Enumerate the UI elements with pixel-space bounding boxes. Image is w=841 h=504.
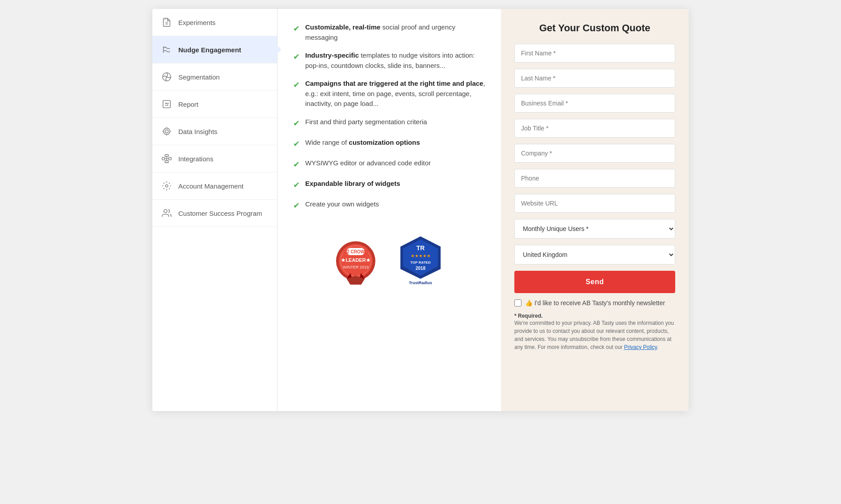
badges-area: G2 CROWD ★LEADER★ WINTER 2019 TR (293, 234, 485, 294)
sidebar: Experiments Nudge Engagement (152, 9, 278, 411)
privacy-text: We're committed to your privacy. AB Tast… (514, 319, 675, 351)
sidebar-label-nudge: Nudge Engagement (178, 46, 241, 54)
email-field[interactable] (514, 94, 675, 113)
check-icon-4: ✔ (293, 118, 300, 130)
feature-item-4: ✔ First and third party segmentation cri… (293, 117, 485, 130)
country-select[interactable]: United Kingdom United States France Germ… (514, 245, 675, 265)
svg-rect-11 (165, 155, 168, 157)
privacy-section: * Required. We're committed to your priv… (514, 313, 675, 351)
job-title-field[interactable] (514, 119, 675, 138)
svg-text:TrustRadius: TrustRadius (409, 281, 432, 285)
svg-text:2018: 2018 (416, 266, 426, 271)
feature-item-1: ✔ Customizable, real-time social proof a… (293, 22, 485, 42)
first-name-field[interactable] (514, 44, 675, 63)
feature-text-2: Industry-specific templates to nudge vis… (305, 50, 485, 71)
feature-text-8: Create your own widgets (305, 199, 379, 210)
check-icon-1: ✔ (293, 23, 300, 35)
feature-item-3: ✔ Campaigns that are triggered at the ri… (293, 79, 485, 109)
sidebar-item-experiments[interactable]: Experiments (152, 9, 277, 36)
sidebar-item-data-insights[interactable]: Data Insights (152, 118, 277, 145)
feature-text-3: Campaigns that are triggered at the righ… (305, 79, 485, 109)
check-icon-8: ✔ (293, 200, 300, 212)
nudge-icon (161, 44, 172, 55)
svg-text:G2 CROWD: G2 CROWD (344, 249, 368, 254)
phone-field[interactable] (514, 169, 675, 188)
sidebar-item-integrations[interactable]: Integrations (152, 145, 277, 172)
feature-text-5: Wide range of customization options (305, 138, 420, 148)
svg-text:WINTER 2019: WINTER 2019 (343, 265, 369, 269)
svg-text:★★★★★: ★★★★★ (411, 253, 431, 258)
segmentation-icon (161, 71, 172, 82)
feature-text-4: First and third party segmentation crite… (305, 117, 427, 127)
feature-list: ✔ Customizable, real-time social proof a… (293, 22, 485, 212)
svg-rect-4 (163, 101, 171, 108)
svg-rect-13 (162, 157, 165, 160)
newsletter-label: 👍 I'd like to receive AB Tasty's monthly… (525, 299, 665, 307)
check-icon-6: ✔ (293, 159, 300, 171)
experiments-icon (161, 17, 172, 28)
svg-text:★LEADER★: ★LEADER★ (341, 257, 370, 263)
sidebar-label-segmentation: Segmentation (178, 73, 220, 81)
sidebar-item-nudge-engagement[interactable]: Nudge Engagement (152, 36, 277, 63)
privacy-policy-link[interactable]: Privacy Policy (624, 344, 657, 350)
feature-item-8: ✔ Create your own widgets (293, 199, 485, 212)
form-panel: Get Your Custom Quote Monthly Unique Use… (501, 9, 689, 411)
report-icon (161, 99, 172, 109)
last-name-field[interactable] (514, 69, 675, 88)
feature-item-6: ✔ WYSIWYG editor or advanced code editor (293, 158, 485, 171)
data-insights-icon (161, 126, 172, 137)
feature-text-1: Customizable, real-time social proof and… (305, 22, 485, 42)
feature-text-7: Expandable library of widgets (305, 179, 400, 189)
form-title: Get Your Custom Quote (514, 22, 675, 34)
sidebar-item-segmentation[interactable]: Segmentation (152, 63, 277, 91)
send-button[interactable]: Send (514, 271, 675, 293)
sidebar-item-account-management[interactable]: Account Management (152, 172, 277, 200)
sidebar-label-data-insights: Data Insights (178, 128, 218, 135)
sidebar-label-integrations: Integrations (178, 155, 213, 163)
sidebar-label-account: Account Management (178, 182, 244, 190)
feature-item-7: ✔ Expandable library of widgets (293, 179, 485, 191)
feature-text-6: WYSIWYG editor or advanced code editor (305, 158, 431, 168)
trust-radius-badge: TR ★★★★★ TOP RATED 2018 TrustRadius (396, 234, 445, 294)
sidebar-label-report: Report (178, 101, 198, 108)
svg-point-15 (165, 185, 168, 187)
integrations-icon (161, 153, 172, 164)
monthly-users-select[interactable]: Monthly Unique Users * 0 - 10,000 10,000… (514, 219, 675, 239)
main-container: Experiments Nudge Engagement (152, 9, 689, 411)
sidebar-label-customer-success: Customer Success Program (178, 210, 262, 217)
check-icon-5: ✔ (293, 138, 300, 150)
feature-item-5: ✔ Wide range of customization options (293, 138, 485, 150)
content-area: ✔ Customizable, real-time social proof a… (278, 9, 501, 411)
sidebar-item-customer-success[interactable]: Customer Success Program (152, 200, 277, 227)
check-icon-2: ✔ (293, 51, 300, 63)
sidebar-item-report[interactable]: Report (152, 91, 277, 118)
check-icon-7: ✔ (293, 179, 300, 191)
newsletter-row: 👍 I'd like to receive AB Tasty's monthly… (514, 299, 675, 307)
customer-success-icon (161, 208, 172, 218)
check-icon-3: ✔ (293, 79, 300, 91)
svg-text:TR: TR (416, 244, 425, 252)
svg-rect-14 (169, 157, 172, 160)
feature-item-2: ✔ Industry-specific templates to nudge v… (293, 50, 485, 71)
svg-rect-12 (165, 161, 168, 163)
website-field[interactable] (514, 194, 675, 213)
svg-point-16 (164, 210, 167, 213)
required-note: * Required. (514, 313, 675, 319)
svg-point-6 (165, 130, 168, 133)
svg-text:TOP RATED: TOP RATED (410, 260, 431, 265)
account-icon (161, 181, 172, 191)
sidebar-label-experiments: Experiments (178, 19, 215, 26)
g2-badge: G2 CROWD ★LEADER★ WINTER 2019 (333, 236, 378, 292)
company-field[interactable] (514, 144, 675, 163)
newsletter-checkbox[interactable] (514, 299, 521, 307)
